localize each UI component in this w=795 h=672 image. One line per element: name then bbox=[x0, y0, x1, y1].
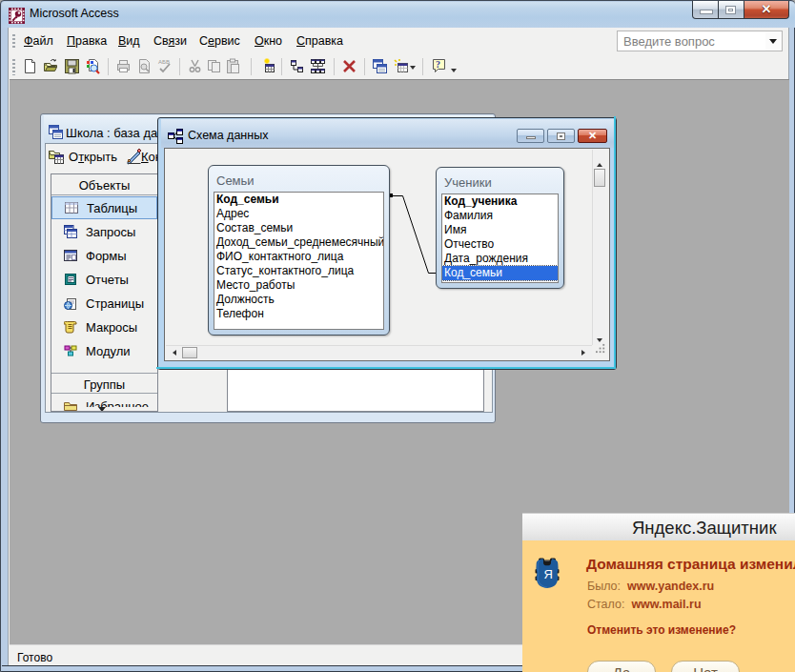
svg-text:АБВ: АБВ bbox=[158, 59, 170, 65]
svg-text:Я: Я bbox=[544, 567, 553, 581]
svg-text:?: ? bbox=[436, 59, 440, 70]
